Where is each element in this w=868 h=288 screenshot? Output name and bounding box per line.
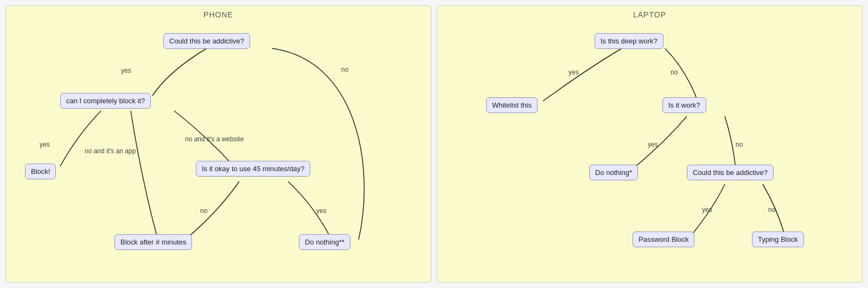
node-is-work: Is it work?	[662, 97, 706, 113]
node-typing-block: Typing Block	[752, 231, 804, 247]
label-yes-block: yes	[40, 141, 50, 148]
node-addictive: Could this be addictive?	[163, 33, 250, 49]
phone-title: PHONE	[6, 6, 431, 19]
label-yes-45: yes	[316, 207, 327, 215]
label-laptop-no2: no	[736, 141, 743, 148]
laptop-title: LAPTOP	[437, 6, 862, 19]
node-block-minutes: Block after # minutes	[114, 234, 192, 250]
label-laptop-yes2: yes	[648, 141, 658, 148]
label-laptop-no3: no	[768, 206, 775, 214]
node-addictive2: Could this be addictive?	[687, 165, 774, 180]
node-do-nothing-star: Do nothing*	[589, 165, 638, 180]
label-no-top: no	[341, 66, 348, 73]
label-laptop-yes1: yes	[569, 68, 579, 76]
node-whitelist: Whitelist this	[486, 97, 538, 113]
node-block: Block!	[25, 164, 56, 179]
label-laptop-no1: no	[671, 68, 678, 76]
laptop-panel: LAPTOP Is this deep work? Whitelist this…	[437, 5, 863, 283]
node-password-block: Password Block	[633, 231, 694, 247]
label-laptop-yes3: yes	[702, 206, 712, 214]
phone-panel: PHONE Could this be addictive? can I com…	[5, 5, 431, 283]
label-no-45: no	[200, 207, 207, 215]
label-no-website: no and it's a website	[185, 135, 244, 143]
node-do-nothing2: Do nothing**	[299, 234, 350, 250]
node-deep-work: Is this deep work?	[595, 33, 663, 49]
node-block-completely: can I completely block it?	[60, 93, 151, 109]
node-ok-45: Is it okay to use 45 minutes/day?	[196, 161, 310, 177]
label-no-app: no and it's an app	[85, 147, 136, 155]
label-yes1: yes	[121, 67, 131, 74]
